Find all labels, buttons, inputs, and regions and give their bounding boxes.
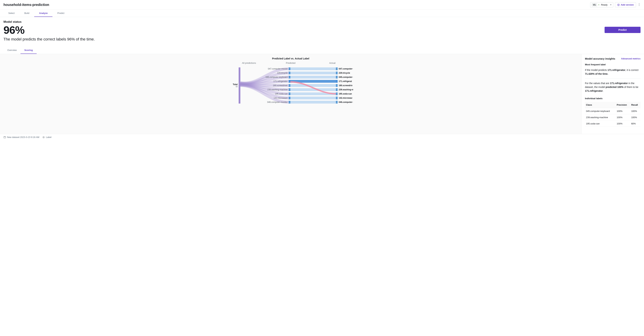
svg-point-54: [44, 137, 44, 138]
footer-target-text: Label: [46, 136, 52, 138]
svg-point-1: [639, 3, 640, 4]
tab-predict[interactable]: Predict: [52, 10, 69, 17]
version-badge: V1: [592, 3, 597, 6]
svg-rect-15: [336, 72, 338, 74]
tab-build[interactable]: Build: [20, 10, 34, 17]
insight-paragraph-1: If the model predicts 171.refrigerator, …: [585, 68, 640, 79]
model-status-description: The model predicts the correct labels 96…: [4, 37, 95, 42]
predict-button[interactable]: Predict: [604, 27, 640, 33]
table-row[interactable]: 045.computer-keyboard100%100%: [585, 108, 640, 114]
svg-rect-42: [289, 96, 290, 100]
sankey-chart[interactable]: Total50047.computer-mouse047.computer-22…: [228, 66, 353, 108]
svg-rect-50: [336, 101, 338, 104]
svg-text:180.screwdriv: 180.screwdriv: [339, 84, 352, 87]
insights-heading: Model accuracy insights: [585, 57, 615, 60]
svg-text:142.microwav: 142.microwav: [339, 97, 352, 99]
kebab-icon: [639, 3, 640, 6]
more-actions-button[interactable]: [638, 2, 640, 8]
chart-pane: Predicted Label vs. Actual Label All pre…: [0, 54, 582, 134]
chart-col-all: All predictions: [228, 62, 270, 64]
svg-rect-12: [289, 72, 290, 74]
model-status-heading: Model status: [4, 20, 95, 24]
svg-rect-47: [289, 101, 290, 104]
advanced-metrics-link[interactable]: Advanced metrics: [621, 57, 640, 60]
subtab-overview[interactable]: Overview: [4, 47, 20, 54]
th-recall: Recall: [630, 102, 640, 108]
add-version-button[interactable]: Add version: [615, 2, 636, 7]
tab-select[interactable]: Select: [4, 10, 20, 17]
svg-text:047.computer-mouse: 047.computer-mouse: [268, 68, 288, 70]
footer-dataset-text: New dataset 2023-3-23 9:16 AM: [7, 136, 39, 138]
insight-paragraph-2: For the values that are 171.refrigerator…: [585, 82, 640, 94]
add-version-label: Add version: [621, 4, 634, 6]
footer-target[interactable]: Label: [42, 136, 52, 138]
svg-text:180.screwdriver: 180.screwdriver: [273, 84, 288, 87]
svg-text:047.computer-: 047.computer-: [339, 68, 353, 70]
svg-text:045.computer-: 045.computer-: [339, 76, 353, 78]
svg-text:50: 50: [236, 86, 238, 88]
svg-text:229.tricycle: 229.tricycle: [339, 72, 350, 74]
status-text: Ready: [601, 4, 608, 6]
svg-text:045.computer-keyboard: 045.computer-keyboard: [266, 76, 288, 78]
version-selector[interactable]: V1 ● Ready ▼: [590, 2, 613, 8]
target-icon: [42, 136, 45, 138]
page-title: household-items-prediction: [4, 3, 49, 7]
svg-rect-37: [289, 92, 290, 95]
subtab-scoring[interactable]: Scoring: [20, 47, 36, 54]
svg-point-53: [43, 136, 45, 138]
svg-text:239.washing-m: 239.washing-m: [339, 88, 353, 91]
most-frequent-label-title: Most frequent label: [585, 63, 640, 66]
individual-labels-title: Individual labels: [585, 97, 640, 100]
svg-rect-14: [290, 72, 336, 74]
model-accuracy-percent: 96%: [4, 24, 95, 36]
svg-rect-19: [290, 76, 336, 78]
svg-text:Total: Total: [233, 83, 238, 86]
svg-rect-49: [290, 101, 336, 104]
footer-bar: New dataset 2023-3-23 9:16 AM Label: [0, 134, 644, 140]
svg-text:229.tricycle: 229.tricycle: [277, 72, 288, 74]
svg-rect-40: [336, 92, 338, 95]
tab-analyze[interactable]: Analyze: [34, 10, 52, 17]
chart-column-headers: All predictions Predicted Actual: [228, 62, 353, 64]
svg-point-2: [639, 4, 640, 5]
svg-text:046.computer-: 046.computer-: [339, 101, 353, 103]
th-precision: Precision: [616, 102, 630, 108]
insights-pane: Model accuracy insights Advanced metrics…: [582, 54, 644, 134]
svg-rect-22: [289, 80, 290, 83]
th-class: Class: [585, 102, 616, 108]
svg-point-3: [639, 6, 640, 6]
individual-labels-table: Class Precision Recall 045.computer-keyb…: [585, 102, 640, 127]
svg-rect-52: [4, 136, 6, 138]
svg-rect-32: [289, 88, 290, 91]
svg-rect-29: [290, 84, 336, 87]
table-row[interactable]: 195.soda-can100%60%: [585, 120, 640, 127]
analyze-subtabs: Overview Scoring: [0, 47, 644, 54]
svg-rect-25: [336, 80, 338, 83]
chart-col-predicted: Predicted: [270, 62, 312, 64]
svg-rect-9: [290, 68, 336, 70]
plus-circle-icon: [617, 4, 620, 6]
status-dot-icon: ●: [598, 4, 599, 6]
footer-dataset[interactable]: New dataset 2023-3-23 9:16 AM: [4, 136, 39, 138]
svg-rect-4: [239, 68, 240, 104]
svg-rect-35: [336, 88, 338, 91]
svg-rect-20: [336, 76, 338, 78]
svg-rect-30: [336, 84, 338, 87]
calendar-icon: [4, 136, 6, 138]
svg-text:195.soda-can: 195.soda-can: [339, 92, 352, 95]
svg-rect-27: [289, 84, 290, 87]
chart-col-actual: Actual: [312, 62, 353, 64]
svg-rect-34: [290, 88, 336, 91]
svg-text:171.refrigerator: 171.refrigerator: [273, 80, 288, 82]
chevron-down-icon: ▼: [610, 4, 612, 6]
svg-rect-10: [336, 68, 338, 70]
svg-text:195.soda-can: 195.soda-can: [275, 92, 288, 95]
svg-text:046.computer-monitor: 046.computer-monitor: [267, 101, 288, 103]
table-row[interactable]: 239.washing-machine100%100%: [585, 114, 640, 120]
svg-rect-44: [290, 96, 336, 100]
chart-title: Predicted Label vs. Actual Label: [4, 57, 578, 60]
svg-text:171.refrigerat: 171.refrigerat: [339, 80, 352, 82]
svg-rect-17: [289, 76, 290, 78]
main-tabs: Select Build Analyze Predict: [0, 10, 644, 17]
svg-rect-45: [336, 96, 338, 100]
